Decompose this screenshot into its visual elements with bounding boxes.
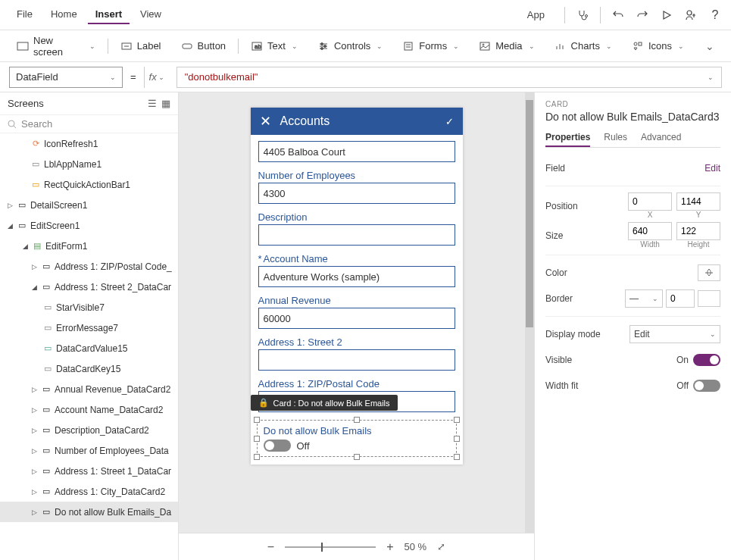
tree-item[interactable]: ▭DataCardValue15	[0, 338, 178, 358]
border-label: Border	[545, 293, 573, 304]
phone-preview[interactable]: ✕ Accounts ✓ Number of Employees Descrip…	[251, 108, 463, 465]
desc-label: Description	[258, 211, 455, 223]
tab-properties[interactable]: Properties	[545, 129, 590, 147]
street2-label: Address 1: Street 2	[258, 336, 455, 348]
svg-point-1	[687, 11, 692, 15]
tree-grid-icon[interactable]: ▦	[161, 98, 170, 109]
desc-input[interactable]	[258, 224, 455, 246]
button-button[interactable]: Button	[173, 37, 234, 55]
svg-text:ab: ab	[255, 43, 261, 50]
expand-icon[interactable]: ⤢	[437, 541, 445, 552]
border-width-input[interactable]	[666, 289, 695, 308]
forms-dropdown[interactable]: Forms⌄	[395, 37, 467, 55]
tree-view[interactable]: ⟳IconRefresh1 ▭LblAppName1 ▭RectQuickAct…	[0, 133, 178, 560]
tab-rules[interactable]: Rules	[604, 129, 627, 147]
new-screen-button[interactable]: New screen⌄	[9, 32, 103, 61]
tree-item[interactable]: ▭ErrorMessage7	[0, 318, 178, 338]
fx-label[interactable]: fx⌄	[144, 67, 169, 88]
icons-dropdown[interactable]: Icons⌄	[624, 37, 692, 55]
height-input[interactable]	[676, 222, 720, 240]
tree-item[interactable]: ▷▭Address 1: City_DataCard2	[0, 481, 178, 502]
controls-dropdown[interactable]: Controls⌄	[310, 37, 390, 55]
close-icon[interactable]: ✕	[260, 113, 271, 130]
formula-input[interactable]: "donotbulkemail"⌄	[177, 67, 722, 88]
display-mode-select[interactable]: Edit⌄	[629, 325, 720, 343]
menu-file[interactable]: File	[9, 5, 40, 24]
tree-search[interactable]: Search	[0, 115, 178, 133]
menu-home[interactable]: Home	[43, 5, 85, 24]
tree-item[interactable]: ▷▭Account Name_DataCard2	[0, 399, 178, 420]
zoom-value: 50 %	[405, 541, 427, 552]
play-icon[interactable]	[660, 8, 673, 22]
annual-input[interactable]	[258, 308, 455, 329]
properties-panel: CARD Do not allow Bulk Emails_DataCard3 …	[534, 92, 731, 560]
tree-item[interactable]: ▷▭Annual Revenue_DataCard2	[0, 379, 178, 399]
widthfit-toggle[interactable]	[693, 380, 720, 392]
svg-point-12	[483, 44, 484, 45]
property-selector[interactable]: DataField⌄	[9, 67, 123, 88]
label-button[interactable]: Label	[113, 37, 169, 55]
check-icon[interactable]: ✓	[445, 116, 454, 127]
tab-advanced[interactable]: Advanced	[641, 129, 681, 147]
equals-label: =	[130, 71, 136, 83]
visible-toggle[interactable]	[693, 354, 720, 366]
text-dropdown[interactable]: ab Text⌄	[243, 37, 305, 55]
share-icon[interactable]	[684, 8, 698, 22]
card-tooltip: 🔒 Card : Do not allow Bulk Emails	[251, 395, 398, 411]
search-icon	[8, 120, 17, 129]
zoom-slider[interactable]	[285, 546, 376, 548]
tree-panel: Screens ☰ ▦ Search ⟳IconRefresh1 ▭LblApp…	[0, 92, 179, 560]
tree-item[interactable]: ⟳IconRefresh1	[0, 133, 178, 154]
svg-point-7	[320, 42, 323, 45]
overflow-button[interactable]: ⌄	[696, 37, 722, 55]
field-label: Field	[545, 163, 565, 174]
tree-item[interactable]: ◢▭Address 1: Street 2_DataCar	[0, 277, 178, 297]
pos-y-input[interactable]	[676, 192, 720, 211]
pos-x-input[interactable]	[628, 192, 672, 211]
bulk-value: Off	[297, 440, 310, 452]
zoom-in-button[interactable]: +	[386, 540, 393, 554]
tree-item[interactable]: ▭LblAppName1	[0, 154, 178, 174]
charts-dropdown[interactable]: Charts⌄	[547, 37, 620, 55]
svg-point-13	[634, 42, 637, 45]
annual-label: Annual Revenue	[258, 295, 455, 306]
svg-rect-10	[405, 42, 412, 50]
bulk-email-card[interactable]: Do not allow Bulk Emails Off	[257, 420, 457, 457]
tree-item[interactable]: ▷▭Address 1: Street 1_DataCar	[0, 461, 178, 481]
forms-icon	[402, 40, 414, 52]
tree-item[interactable]: ▷▭DetailScreen1	[0, 195, 178, 215]
tree-item[interactable]: ▷▭Address 1: ZIP/Postal Code_	[0, 256, 178, 277]
tree-item[interactable]: ▭DataCardKey15	[0, 358, 178, 379]
field-edit-link[interactable]: Edit	[704, 163, 720, 174]
menu-insert[interactable]: Insert	[88, 5, 130, 24]
tree-item[interactable]: ▭RectQuickActionBar1	[0, 174, 178, 195]
account-input[interactable]	[258, 266, 455, 287]
media-dropdown[interactable]: Media⌄	[471, 37, 542, 55]
app-menu[interactable]: App	[527, 9, 554, 20]
tree-item[interactable]: ◢▤EditForm1	[0, 236, 178, 256]
border-color-picker[interactable]	[698, 290, 720, 307]
tree-item[interactable]: ▷▭Description_DataCard2	[0, 420, 178, 440]
controls-icon	[317, 40, 330, 52]
help-icon[interactable]: ?	[708, 8, 722, 22]
street1-input[interactable]	[258, 141, 455, 162]
stethoscope-icon[interactable]	[576, 8, 589, 22]
tree-list-icon[interactable]: ☰	[148, 98, 157, 109]
border-style-select[interactable]: —⌄	[625, 289, 663, 308]
widthfit-label: Width fit	[545, 380, 578, 391]
color-picker[interactable]	[698, 264, 720, 281]
bulk-toggle[interactable]	[264, 440, 291, 452]
street2-input[interactable]	[258, 349, 455, 371]
menu-view[interactable]: View	[133, 5, 169, 24]
tree-item-selected[interactable]: ▷▭Do not allow Bulk Emails_Da	[0, 502, 178, 522]
zoom-out-button[interactable]: −	[267, 540, 274, 554]
canvas-scrollbar[interactable]	[525, 92, 534, 533]
width-input[interactable]	[628, 222, 672, 240]
numemp-input[interactable]	[258, 183, 455, 204]
screen-icon	[17, 40, 29, 52]
tree-item[interactable]: ▭StarVisible7	[0, 297, 178, 318]
tree-item[interactable]: ◢▭EditScreen1	[0, 215, 178, 236]
redo-icon[interactable]	[636, 8, 649, 22]
undo-icon[interactable]	[611, 8, 625, 22]
tree-item[interactable]: ▷▭Number of Employees_Data	[0, 440, 178, 461]
